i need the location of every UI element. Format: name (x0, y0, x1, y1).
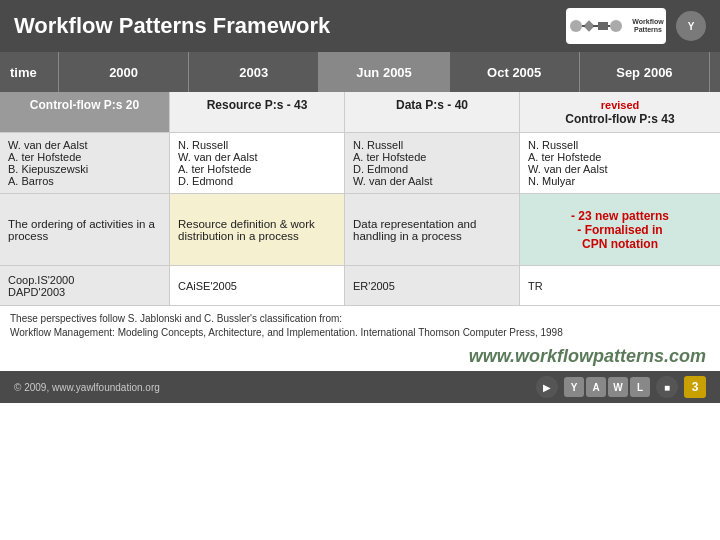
pub-text-3: ER'2005 (353, 280, 395, 292)
revised-controlflow-label: Control-flow P:s 43 (565, 112, 674, 126)
timeline-bar: time 2000 2003 Jun 2005 Oct 2005 Sep 200… (0, 52, 720, 92)
desc-cell-2: Resource definition & work distribution … (170, 194, 345, 265)
col-header-revised: revised Control-flow P:s 43 (520, 92, 720, 132)
header-right: WorkflowPatterns Y (566, 8, 706, 44)
svg-rect-1 (584, 20, 595, 31)
publication-row: Coop.IS'2000 DAPD'2003 CAiSE'2005 ER'200… (0, 266, 720, 306)
timeline-year-sep2006: Sep 2006 (580, 52, 710, 92)
desc-cell-4: - 23 new patterns - Formalised in CPN no… (520, 194, 720, 265)
website-url: www.workflowpatterns.com (469, 346, 706, 367)
footer-line1: These perspectives follow S. Jablonski a… (10, 312, 710, 326)
pub-cell-4: TR (520, 266, 720, 305)
logo-label-text: WorkflowPatterns (632, 18, 663, 33)
desc-text-4: - 23 new patterns - Formalised in CPN no… (571, 209, 669, 251)
copyright-text: © 2009, www.yawlfoundation.org (14, 382, 160, 393)
col-header-resource: Resource P:s - 43 (170, 92, 345, 132)
website-bar: www.workflowpatterns.com (0, 342, 720, 371)
col-header-data: Data P:s - 40 (345, 92, 520, 132)
footer-note: These perspectives follow S. Jablonski a… (0, 306, 720, 342)
bottom-bar: © 2009, www.yawlfoundation.org ▶ Y A W L… (0, 371, 720, 403)
logo-diagram-icon (568, 12, 628, 40)
yawl-badge: Y (676, 11, 706, 41)
authors-cell-3: N. Russell A. ter Hofstede D. Edmond W. … (345, 133, 520, 193)
authors-row: W. van der Aalst A. ter Hofstede B. Kiep… (0, 133, 720, 194)
desc-text-3: Data representation and handling in a pr… (353, 218, 511, 242)
yawl-icon-bar: ▶ Y A W L ■ 3 (536, 376, 706, 398)
authors-cell-4: N. Russell A. ter Hofstede W. van der Aa… (520, 133, 720, 193)
page-title: Workflow Patterns Framework (14, 13, 330, 39)
desc-cell-1: The ordering of activities in a process (0, 194, 170, 265)
column-headers: Control-flow P:s 20 Resource P:s - 43 Da… (0, 92, 720, 133)
author-text-4: N. Russell A. ter Hofstede W. van der Aa… (528, 139, 607, 187)
authors-cell-1: W. van der Aalst A. ter Hofstede B. Kiep… (0, 133, 170, 193)
pub-cell-1: Coop.IS'2000 DAPD'2003 (0, 266, 170, 305)
yawl-y: Y (564, 377, 584, 397)
svg-rect-2 (598, 22, 608, 30)
desc-text-1: The ordering of activities in a process (8, 218, 161, 242)
revised-label: revised (601, 99, 640, 111)
svg-point-3 (610, 20, 622, 32)
yawl-letters: Y A W L (564, 377, 650, 397)
pub-cell-3: ER'2005 (345, 266, 520, 305)
desc-cell-3: Data representation and handling in a pr… (345, 194, 520, 265)
page-number: 3 (684, 376, 706, 398)
author-text-2: N. Russell W. van der Aalst A. ter Hofst… (178, 139, 257, 187)
play-button[interactable]: ▶ (536, 376, 558, 398)
workflow-logo: WorkflowPatterns (566, 8, 666, 44)
pub-text-1: Coop.IS'2000 DAPD'2003 (8, 274, 74, 298)
timeline-year-jun2005: Jun 2005 (319, 52, 449, 92)
svg-point-0 (570, 20, 582, 32)
stop-button[interactable]: ■ (656, 376, 678, 398)
desc-text-2: Resource definition & work distribution … (178, 218, 336, 242)
header: Workflow Patterns Framework WorkflowPatt… (0, 0, 720, 52)
pub-text-4: TR (528, 280, 543, 292)
yawl-l: L (630, 377, 650, 397)
author-text-3: N. Russell A. ter Hofstede D. Edmond W. … (353, 139, 432, 187)
pub-text-2: CAiSE'2005 (178, 280, 237, 292)
timeline-year-2000: 2000 (58, 52, 189, 92)
authors-cell-2: N. Russell W. van der Aalst A. ter Hofst… (170, 133, 345, 193)
author-text-1: W. van der Aalst A. ter Hofstede B. Kiep… (8, 139, 88, 187)
description-row: The ordering of activities in a process … (0, 194, 720, 266)
footer-line2: Workflow Management: Modeling Concepts, … (10, 326, 710, 340)
yawl-a: A (586, 377, 606, 397)
timeline-year-oct2005: Oct 2005 (450, 52, 580, 92)
timeline-year-2003: 2003 (189, 52, 319, 92)
yawl-w: W (608, 377, 628, 397)
timeline-label: time (10, 65, 48, 80)
pub-cell-2: CAiSE'2005 (170, 266, 345, 305)
timeline-years: 2000 2003 Jun 2005 Oct 2005 Sep 2006 (58, 52, 710, 92)
col-header-controlflow: Control-flow P:s 20 (0, 92, 170, 132)
